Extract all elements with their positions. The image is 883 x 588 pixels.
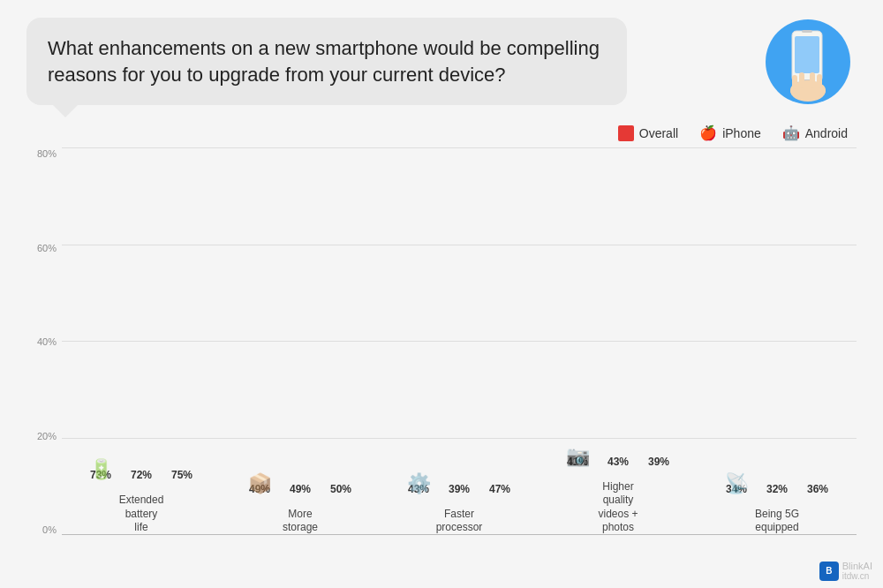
bar-group-camera: 41% 📷 43% 39% (558, 473, 678, 535)
bar-camera-iphone-label: 43% (608, 456, 629, 468)
group-label-camera: Higherqualityvideos +photos (598, 480, 638, 535)
svg-rect-8 (799, 72, 804, 88)
watermark: B BlinkAI itdw.cn (819, 561, 872, 581)
svg-rect-9 (810, 72, 815, 88)
bar-processor-iphone-label: 39% (449, 483, 470, 495)
camera-icon: 📷 (566, 445, 590, 468)
bar-camera-android-label: 39% (648, 456, 669, 468)
bar-battery-iphone-label: 72% (131, 469, 152, 481)
header-row: What enhancements on a new smartphone wo… (26, 18, 857, 110)
y-label-20: 20% (26, 431, 62, 441)
group-label-storage: Morestorage (283, 508, 318, 535)
blinkai-logo: B (819, 562, 839, 581)
group-label-processor: Fasterprocessor (436, 508, 483, 535)
processor-icon: ⚙️ (407, 472, 431, 495)
bar-battery-android-label: 75% (171, 469, 192, 481)
y-axis: 0% 20% 40% 60% 80% (26, 148, 62, 535)
question-text: What enhancements on a new smartphone wo… (48, 37, 600, 86)
question-bubble: What enhancements on a new smartphone wo… (26, 18, 627, 105)
apple-icon: 🍎 (699, 124, 717, 141)
bar-group-storage: 49% 📦 49% 50% (240, 501, 360, 535)
blinkai-logo-letter: B (826, 566, 832, 576)
phone-illustration (759, 13, 857, 110)
watermark-text-block: BlinkAI itdw.cn (842, 561, 872, 581)
chart-area: 0% 20% 40% 60% 80% (26, 148, 857, 579)
bar-5g-android-label: 36% (807, 483, 828, 495)
watermark-url: itdw.cn (842, 571, 872, 581)
bar-storage-iphone-label: 49% (290, 483, 311, 495)
android-icon: 🤖 (782, 124, 800, 141)
legend-android-label: Android (805, 126, 848, 140)
bar-group-processor: 43% ⚙️ 39% 47% (399, 501, 519, 535)
chart-inner: 73% 🔋 72% 75% (62, 148, 857, 535)
bar-5g-iphone-label: 32% (766, 483, 788, 495)
bar-group-5g: 34% 📡 32% 36% (717, 501, 837, 535)
page-container: What enhancements on a new smartphone wo… (0, 0, 883, 588)
bar-storage-android-label: 50% (330, 483, 351, 495)
svg-rect-7 (792, 75, 797, 89)
chart-legend: Overall 🍎 iPhone 🤖 Android (26, 124, 857, 141)
bars-row: 73% 🔋 72% 75% (62, 148, 857, 535)
y-label-80: 80% (26, 148, 62, 159)
bar-group-battery: 73% 🔋 72% 75% (81, 486, 201, 535)
legend-iphone: 🍎 iPhone (699, 124, 761, 141)
svg-rect-10 (817, 74, 822, 88)
battery-icon: 🔋 (89, 458, 113, 481)
group-label-battery: Extendedbatterylife (119, 494, 164, 535)
legend-overall-color (618, 125, 634, 141)
y-label-60: 60% (26, 243, 62, 253)
bar-processor-android-label: 47% (489, 483, 510, 495)
phone-svg (764, 13, 852, 110)
legend-overall: Overall (618, 125, 678, 141)
group-label-5g: Being 5Gequipped (755, 508, 799, 535)
watermark-brand: BlinkAI (842, 561, 872, 571)
y-label-0: 0% (26, 524, 62, 535)
legend-iphone-label: iPhone (722, 126, 761, 140)
svg-rect-2 (795, 36, 819, 73)
y-label-40: 40% (26, 336, 62, 347)
svg-rect-3 (802, 30, 812, 33)
storage-icon: 📦 (248, 472, 272, 495)
legend-overall-label: Overall (639, 126, 678, 140)
signal-icon: 📡 (725, 472, 749, 495)
legend-android: 🤖 Android (782, 124, 848, 141)
